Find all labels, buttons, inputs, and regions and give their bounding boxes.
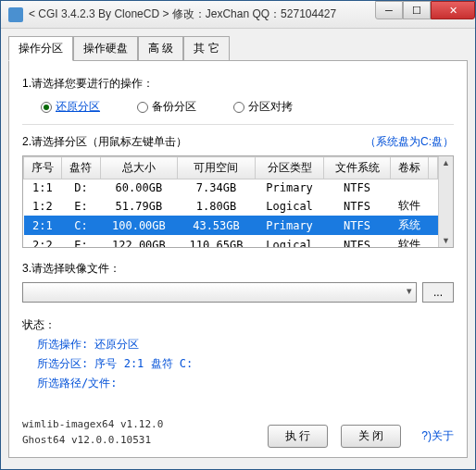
tab-partition[interactable]: 操作分区 (8, 36, 73, 61)
section3-label: 3.请选择映像文件： (22, 261, 454, 277)
section2-header: 2.请选择分区（用鼠标左键单击） （系统盘为C:盘） (22, 134, 454, 150)
titlebar[interactable]: < CGI 3.4.2.3 By CloneCD > 修改：JexChan QQ… (1, 1, 475, 29)
column-header[interactable]: 可用空间 (178, 157, 256, 179)
radio-copy[interactable]: 分区对拷 (233, 99, 293, 115)
partition-table[interactable]: 序号盘符总大小可用空间分区类型文件系统卷标 1:1D:60.00GB7.34GB… (23, 156, 438, 247)
tab-advanced[interactable]: 高 级 (138, 36, 183, 61)
table-scrollbar[interactable]: ▲ ▼ (438, 156, 453, 247)
radio-backup[interactable]: 备份分区 (137, 99, 196, 115)
system-disk-hint: （系统盘为C:盘） (365, 134, 454, 150)
close-button[interactable]: 关 闭 (341, 425, 401, 448)
partition-table-container: 序号盘符总大小可用空间分区类型文件系统卷标 1:1D:60.00GB7.34GB… (22, 155, 454, 248)
tab-strip: 操作分区 操作硬盘 高 级 其 它 (8, 36, 468, 61)
table-row[interactable]: 1:2E:51.79GB1.80GBLogicalNTFS软件 (24, 196, 438, 216)
close-window-button[interactable]: ✕ (431, 1, 475, 19)
column-header[interactable]: 卷标 (390, 157, 428, 179)
section1-label: 1.请选择您要进行的操作： (22, 76, 454, 92)
radio-icon (41, 102, 52, 113)
image-path-combo[interactable] (22, 282, 417, 303)
section2-label: 2.请选择分区（用鼠标左键单击） (22, 134, 187, 150)
minimize-button[interactable]: ─ (375, 1, 403, 19)
app-window: < CGI 3.4.2.3 By CloneCD > 修改：JexChan QQ… (0, 0, 476, 470)
status-line: 所选操作: 还原分区 (37, 337, 454, 352)
table-row[interactable]: 1:1D:60.00GB7.34GBPrimaryNTFS (24, 179, 438, 197)
scroll-down-icon[interactable]: ▼ (442, 236, 450, 245)
radio-icon (137, 102, 148, 113)
table-row[interactable]: 2:2E:122.00GB110.65GBLogicalNTFS软件 (24, 235, 438, 247)
browse-button[interactable]: ... (422, 282, 454, 303)
tab-disk[interactable]: 操作硬盘 (73, 36, 138, 61)
column-header[interactable]: 总大小 (100, 157, 178, 179)
app-icon (8, 7, 23, 22)
about-link[interactable]: ?)关于 (421, 428, 454, 444)
scroll-up-icon[interactable]: ▲ (442, 158, 450, 167)
execute-button[interactable]: 执 行 (268, 425, 328, 448)
column-header[interactable]: 分区类型 (255, 157, 324, 179)
divider (22, 124, 454, 125)
column-header[interactable]: 序号 (24, 157, 62, 179)
window-title: < CGI 3.4.2.3 By CloneCD > 修改：JexChan QQ… (29, 6, 375, 22)
version-info: wimlib-imagex64 v1.12.0 Ghost64 v12.0.0.… (22, 417, 163, 448)
tab-other[interactable]: 其 它 (183, 36, 229, 61)
radio-icon (233, 102, 244, 113)
client-area: 操作分区 操作硬盘 高 级 其 它 1.请选择您要进行的操作： 还原分区 备份分… (1, 29, 475, 465)
column-header[interactable]: 文件系统 (324, 157, 390, 179)
window-controls: ─ ☐ ✕ (375, 1, 475, 28)
footer: wimlib-imagex64 v1.12.0 Ghost64 v12.0.0.… (22, 417, 454, 448)
status-block: 状态： 所选操作: 还原分区 所选分区: 序号 2:1 盘符 C: 所选路径/文… (22, 317, 454, 391)
status-line: 所选路径/文件: (37, 376, 454, 391)
radio-restore[interactable]: 还原分区 (41, 99, 100, 115)
maximize-button[interactable]: ☐ (403, 1, 431, 19)
main-panel: 1.请选择您要进行的操作： 还原分区 备份分区 分区对拷 2.请选择分区（用鼠标… (8, 60, 468, 458)
status-label: 状态： (22, 317, 454, 333)
section3: 3.请选择映像文件： ... (22, 261, 454, 303)
status-line: 所选分区: 序号 2:1 盘符 C: (37, 356, 454, 372)
table-row[interactable]: 2:1C:100.00GB43.53GBPrimaryNTFS系统 (24, 216, 438, 235)
operation-radios: 还原分区 备份分区 分区对拷 (22, 99, 454, 115)
column-header[interactable]: 盘符 (62, 157, 100, 179)
